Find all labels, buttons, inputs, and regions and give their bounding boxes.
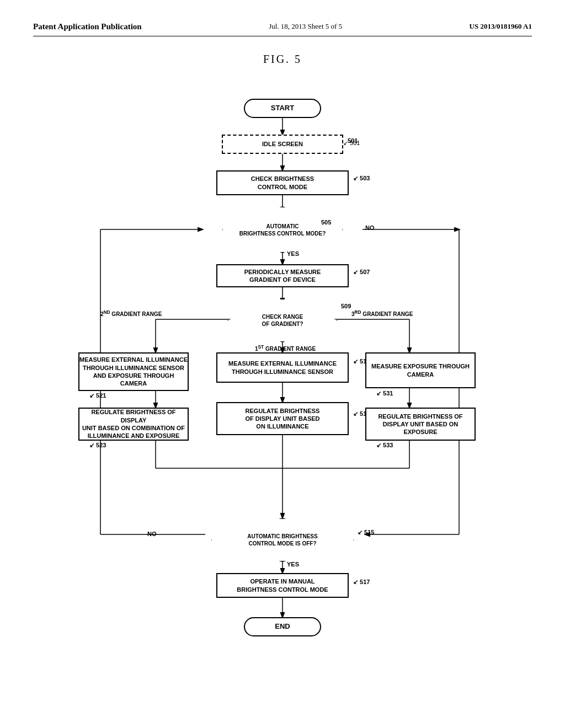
measure-gradient-shape: PERIODICALLY MEASURE GRADIENT OF DEVICE [216,264,349,287]
measure-illuminance-exposure-shape: MEASURE EXTERNAL ILLUMINANCE THROUGH ILL… [78,352,189,391]
measure-illuminance-only-shape: MEASURE EXTERNAL ILLUMINANCE THROUGH ILL… [216,352,349,383]
header-left: Patent Application Publication [33,22,142,31]
start-shape: START [244,99,321,118]
ref-523: ↙ 523 [89,442,106,449]
end-shape: END [244,617,321,636]
ref-515: ↙ 515 [358,529,374,536]
header-center: Jul. 18, 2013 Sheet 5 of 5 [269,22,342,31]
ref-533: ↙ 533 [376,442,393,449]
fig-title: FIG. 5 [33,53,532,66]
page-header: Patent Application Publication Jul. 18, … [33,22,532,36]
yes-label-1: YES [287,250,299,257]
ref-517: ↙ 517 [353,579,370,586]
check-brightness-shape: CHECK BRIGHTNESS CONTROL MODE [216,170,349,195]
yes-label-2: YES [287,561,299,568]
2nd-gradient-label: 2ND GRADIENT RANGE [100,309,162,317]
check-range-diamond: CHECK RANGE OF GRADIENT? [227,298,338,342]
header-right: US 2013/0181960 A1 [470,22,532,31]
3rd-gradient-label: 3RD GRADIENT RANGE [351,309,413,317]
auto-off-diamond: AUTOMATIC BRIGHTNESS CONTROL MODE IS OFF… [211,518,354,562]
no-label-2: NO [147,531,157,537]
ref-521: ↙ 521 [89,392,106,399]
idle-screen-shape: IDLE SCREEN [222,135,343,154]
ref-509: 509 [341,303,351,309]
ref-507: ↙ 507 [353,269,370,276]
auto-brightness-diamond: AUTOMATIC BRIGHTNESS CONTROL MODE? [222,206,343,253]
ref-503: ↙ 503 [353,175,370,182]
1st-gradient-label: 1ST GRADIENT RANGE [255,344,316,352]
regulate-exposure-shape: REGULATE BRIGHTNESS OF DISPLAY UNIT BASE… [365,408,476,441]
no-label-1: NO [365,224,375,231]
regulate-combo-shape: REGULATE BRIGHTNESS OF DISPLAY UNIT BASE… [78,408,189,441]
manual-mode-shape: OPERATE IN MANUAL BRIGHTNESS CONTROL MOD… [216,573,349,598]
ref-505: 505 [321,219,331,226]
ref-531: ↙ 531 [376,390,393,397]
page: Patent Application Publication Jul. 18, … [0,0,565,728]
regulate-illuminance-shape: REGULATE BRIGHTNESS OF DISPLAY UNIT BASE… [216,402,349,435]
measure-exposure-camera-shape: MEASURE EXPOSURE THROUGH CAMERA [365,352,476,388]
